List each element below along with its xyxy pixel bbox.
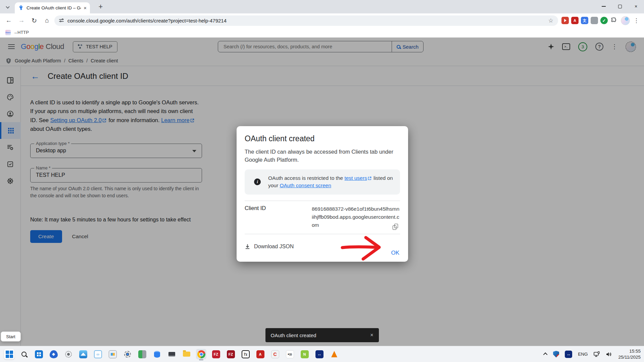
taskbar-explorer-button[interactable] xyxy=(181,349,192,359)
extension-idm-icon[interactable] xyxy=(561,17,569,24)
extension-antivirus-icon[interactable]: ✓ xyxy=(600,17,608,24)
notepadpp-icon: N xyxy=(301,350,309,358)
app-cube-icon: ◆ xyxy=(50,350,58,358)
taskbar-server-manager-button[interactable] xyxy=(137,349,147,359)
tab-close-icon[interactable]: × xyxy=(84,5,87,10)
tray-teamviewer-icon[interactable]: ↔ xyxy=(565,351,572,358)
extension-gray-icon[interactable] xyxy=(591,17,598,24)
taskbar-filezilla-server-button[interactable]: FZ xyxy=(226,349,236,359)
reload-icon[interactable]: ↻ xyxy=(29,15,40,26)
taskbar-7zip-button[interactable]: 7z xyxy=(240,349,251,359)
download-icon xyxy=(245,244,250,249)
bookmarks-bar: Etere →HTTP xyxy=(0,28,644,38)
taskbar-sandbox-button[interactable]: ▭ xyxy=(93,349,103,359)
settings-gear-icon xyxy=(124,351,131,358)
oauth-created-dialog: OAuth client created The client ID can a… xyxy=(237,126,408,262)
taskbar-gears-app-button[interactable] xyxy=(63,349,73,359)
vlc-cone-icon xyxy=(331,351,337,357)
test-users-link[interactable]: test users xyxy=(344,175,367,181)
browser-profile-avatar[interactable] xyxy=(621,16,630,25)
teamviewer-icon: ↔ xyxy=(315,350,324,358)
dialog-body-text: The client ID can always be accessed fro… xyxy=(245,148,403,164)
tab-title: Create OAuth client ID – Google xyxy=(27,5,81,10)
taskbar-search-button[interactable] xyxy=(19,349,29,359)
extension-acrobat-icon[interactable]: A xyxy=(571,17,579,24)
info-banner: i OAuth access is restricted to the test… xyxy=(245,169,400,195)
site-settings-icon[interactable] xyxy=(59,18,64,23)
7zip-icon: 7z xyxy=(242,350,250,358)
server-globe-icon xyxy=(138,350,146,358)
acrobat-icon: A xyxy=(256,350,264,358)
tab-search-chevron-icon[interactable] xyxy=(3,3,12,11)
folder-icon xyxy=(183,352,190,357)
back-icon[interactable]: ← xyxy=(3,15,14,26)
oauth-key-favicon-icon xyxy=(18,5,24,11)
download-json-label: Download JSON xyxy=(254,244,294,250)
home-icon[interactable]: ⌂ xyxy=(42,15,52,26)
copy-icon[interactable] xyxy=(393,224,398,230)
gears-icon xyxy=(65,351,72,358)
external-link-icon xyxy=(368,176,371,180)
taskbar-notepadpp-button[interactable]: N xyxy=(299,349,310,359)
snackbar-close-icon[interactable]: × xyxy=(370,332,373,338)
chrome-icon xyxy=(197,350,205,358)
client-id-label: Client ID xyxy=(245,205,312,229)
tray-chevron-up-icon[interactable] xyxy=(543,353,548,357)
oauth-consent-screen-link[interactable]: OAuth consent screen xyxy=(280,183,331,188)
taskbar-icons: ◆ ▭ FZ FZ 7z A C ●))) N ↔ xyxy=(0,349,339,359)
extensions-puzzle-icon[interactable] xyxy=(610,17,617,24)
download-json-button[interactable]: Download JSON xyxy=(245,244,294,250)
window-controls: × xyxy=(596,0,644,13)
database-icon xyxy=(154,351,160,358)
taskbar-vlc-button[interactable] xyxy=(329,349,339,359)
taskbar-computer-button[interactable] xyxy=(166,349,177,359)
filezilla-icon: FZ xyxy=(212,350,220,358)
new-tab-button[interactable]: + xyxy=(96,2,105,11)
taskbar-ccleaner-button[interactable]: C xyxy=(270,349,280,359)
info-icon: i xyxy=(254,178,261,185)
taskbar-database-button[interactable] xyxy=(152,349,162,359)
extension-translate-icon[interactable]: 文 xyxy=(581,17,588,24)
annotation-red-arrow xyxy=(340,235,391,261)
volume-icon[interactable] xyxy=(606,351,612,357)
tray-clock[interactable]: 15:55 25/11/2025 xyxy=(618,348,641,360)
system-tray: × ↔ ENG 15:55 25/11/2025 xyxy=(544,348,644,360)
taskbar-teamviewer-button[interactable]: ↔ xyxy=(314,349,325,359)
taskbar-chrome-button[interactable] xyxy=(196,349,206,359)
close-button[interactable]: × xyxy=(628,0,644,13)
tray-time: 15:55 xyxy=(618,348,641,354)
info-banner-text: OAuth access is restricted to the test u… xyxy=(268,174,395,190)
taskbar-acrobat-button[interactable]: A xyxy=(255,349,265,359)
forward-icon[interactable]: → xyxy=(16,15,27,26)
taskbar-app-cube-button[interactable]: ◆ xyxy=(48,349,59,359)
alert-badge: × xyxy=(556,354,561,359)
taskbar-audiorelay-button[interactable]: ●))) xyxy=(285,349,295,359)
taskbar-filezilla-button[interactable]: FZ xyxy=(211,349,221,359)
ccleaner-icon: C xyxy=(271,350,279,358)
web-page: Google Cloud TEST HELP Search >_ 3 ? ⋮ G… xyxy=(0,38,644,346)
browser-tab[interactable]: Create OAuth client ID – Google × xyxy=(15,2,90,13)
minimize-button[interactable] xyxy=(596,0,612,13)
bookmark-item[interactable]: →HTTP xyxy=(13,30,29,35)
taskbar-photos-button[interactable] xyxy=(78,349,88,359)
client-id-row: Client ID 86916888372-v86e1of1t6bun45lhs… xyxy=(245,201,400,234)
maximize-button[interactable] xyxy=(612,0,628,13)
start-tooltip: Start xyxy=(1,331,21,342)
address-bar[interactable]: console.cloud.google.com/auth/clients/cr… xyxy=(54,15,558,26)
ok-button[interactable]: OK xyxy=(391,250,399,256)
network-icon[interactable] xyxy=(593,351,600,357)
tray-date: 25/11/2025 xyxy=(618,354,641,360)
taskbar-settings-button[interactable] xyxy=(122,349,133,359)
bookmark-star-icon[interactable]: ☆ xyxy=(548,17,553,24)
taskbar-store-button[interactable] xyxy=(34,349,44,359)
info-text-part: OAuth access is restricted to the xyxy=(268,175,344,181)
browser-menu-icon[interactable]: ⋮ xyxy=(632,17,641,24)
taskbar: ◆ ▭ FZ FZ 7z A C ●))) N ↔ × ↔ ENG 15:55 … xyxy=(0,346,644,362)
defender-shield-icon[interactable]: × xyxy=(553,351,559,358)
computer-icon xyxy=(168,352,175,357)
audio-stream-icon: ●))) xyxy=(286,350,294,358)
url-text[interactable]: console.cloud.google.com/auth/clients/cr… xyxy=(67,18,545,23)
start-button[interactable] xyxy=(4,349,14,359)
language-indicator[interactable]: ENG xyxy=(578,352,588,357)
taskbar-display-settings-button[interactable] xyxy=(107,349,118,359)
